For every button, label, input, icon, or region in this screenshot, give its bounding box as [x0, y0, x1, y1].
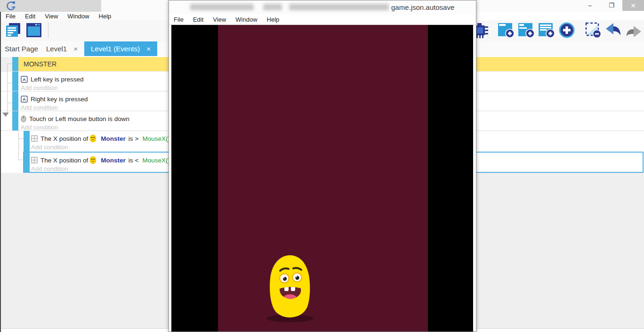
tree-line — [18, 138, 24, 139]
tab-close-icon[interactable]: × — [73, 45, 78, 53]
add-more-icon[interactable] — [558, 21, 576, 39]
mouse-icon — [21, 115, 26, 122]
menu-help[interactable]: Help — [262, 16, 284, 23]
operator: > — [135, 135, 139, 142]
menu-file[interactable]: File — [169, 16, 188, 23]
menu-file[interactable]: File — [1, 13, 20, 20]
delete-event-icon[interactable] — [584, 21, 602, 39]
keyboard-icon: A — [21, 76, 28, 83]
menu-view[interactable]: View — [208, 16, 231, 23]
tree-line — [7, 64, 12, 64]
restore-button[interactable]: ❐ — [601, 0, 622, 11]
monster-object-icon — [90, 135, 96, 142]
menu-window[interactable]: Window — [231, 16, 262, 23]
redacted-title-text — [263, 4, 282, 10]
tree-line — [7, 83, 12, 83]
tab-label: Level1 (Events) — [91, 45, 140, 53]
svg-text:A: A — [23, 77, 26, 82]
add-comment-icon[interactable] — [538, 21, 555, 39]
close-button[interactable]: ✕ — [622, 0, 644, 11]
condition-text: is — [129, 135, 133, 142]
menu-edit[interactable]: Edit — [188, 16, 208, 23]
menu-help[interactable]: Help — [94, 13, 116, 20]
event-drag-handle[interactable] — [12, 72, 18, 91]
add-sub-event-icon[interactable] — [517, 21, 535, 39]
condition-text: Touch or Left mouse button is down — [29, 115, 129, 122]
condition-text: Left key is pressed — [31, 76, 84, 83]
condition-text: The X position of — [40, 157, 88, 164]
preview-titlebar[interactable]: game.json.autosave — [169, 0, 476, 15]
minimize-button[interactable]: – — [579, 0, 601, 11]
tab-label: Level1 — [46, 45, 67, 53]
redacted-title-text — [289, 4, 389, 10]
game-stage-background — [218, 25, 428, 332]
tree-line — [7, 103, 12, 103]
operator: < — [135, 157, 139, 164]
tab-close-icon[interactable]: × — [146, 45, 151, 53]
keyboard-icon: A — [21, 96, 28, 103]
condition-text: The X position of — [40, 135, 88, 142]
event-drag-handle[interactable] — [24, 131, 30, 152]
position-icon — [31, 135, 38, 142]
game-preview-window: game.json.autosave File Edit View Window… — [169, 0, 476, 332]
event-drag-handle[interactable] — [12, 91, 18, 111]
tab-level1-events[interactable]: Level1 (Events) × — [84, 41, 157, 56]
tab-level1[interactable]: Level1 × — [46, 41, 78, 56]
monster-object-icon — [90, 156, 96, 164]
event-drag-handle[interactable] — [24, 152, 30, 173]
tree-line — [18, 160, 24, 160]
menu-view[interactable]: View — [40, 13, 63, 20]
undo-icon[interactable] — [604, 22, 622, 38]
tab-label: Start Page — [5, 45, 38, 53]
tab-start-page[interactable]: Start Page — [5, 41, 38, 56]
collapse-arrow-icon[interactable] — [2, 113, 9, 117]
condition-text: is — [129, 157, 133, 164]
game-viewport[interactable] — [171, 25, 473, 332]
window-left-border — [0, 12, 1, 332]
event-drag-handle[interactable] — [12, 57, 18, 71]
menu-edit[interactable]: Edit — [20, 13, 40, 20]
project-manager-icon[interactable] — [5, 22, 22, 39]
window-controls: – ❐ ✕ — [579, 0, 644, 11]
gdevelop-ide-window: – ❐ ✕ File Edit View Window Help — [0, 0, 644, 332]
condition-text: Right key is pressed — [31, 96, 88, 103]
debugger-icon[interactable] — [475, 21, 489, 39]
app-logo-block — [0, 0, 101, 12]
redacted-title-text — [190, 4, 254, 10]
add-event-icon[interactable] — [497, 21, 515, 39]
comment-text: MONSTER — [24, 60, 56, 68]
toolbar-separator — [48, 22, 48, 38]
position-icon — [31, 157, 38, 163]
monster-sprite — [264, 252, 316, 323]
gdevelop-logo-icon — [6, 1, 16, 11]
tree-line — [7, 64, 8, 114]
preview-title: game.json.autosave — [391, 3, 454, 11]
tree-line — [18, 131, 19, 160]
svg-text:A: A — [23, 97, 26, 102]
menu-window[interactable]: Window — [63, 13, 94, 20]
object-name: Monster — [101, 135, 126, 142]
redo-icon[interactable] — [625, 22, 643, 38]
preview-menubar: File Edit View Window Help — [169, 15, 476, 25]
start-page-icon[interactable] — [25, 22, 42, 39]
event-drag-handle[interactable] — [12, 111, 18, 130]
object-name: Monster — [101, 157, 126, 164]
main-menubar: File Edit View Window Help — [1, 12, 169, 20]
